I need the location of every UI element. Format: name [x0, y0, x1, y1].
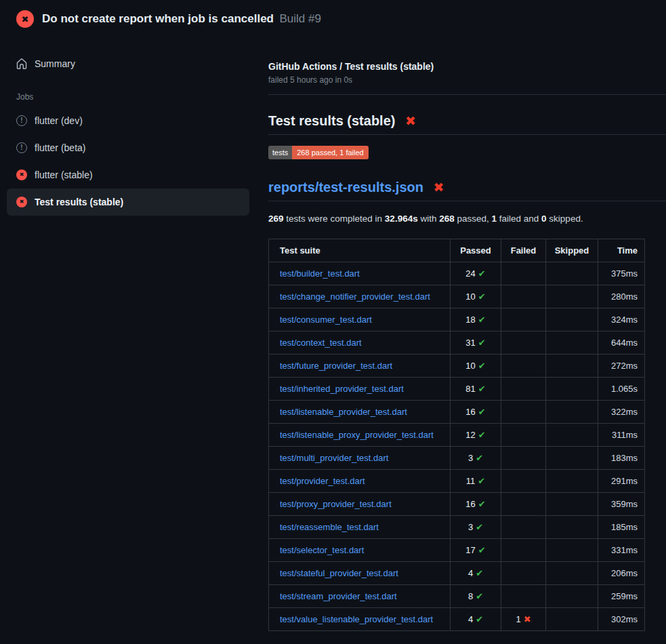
check-icon: ✔	[478, 361, 486, 371]
count-value: 16	[465, 407, 475, 417]
check-icon: ✔	[476, 453, 483, 463]
job-neutral-icon: !	[16, 142, 27, 153]
test-suite-cell: test/selector_test.dart	[269, 539, 451, 562]
failed-cell: 1✖	[501, 608, 546, 631]
check-icon: ✔	[478, 338, 486, 348]
count-value: 3	[468, 522, 473, 532]
test-suite-cell: test/builder_test.dart	[269, 262, 451, 285]
test-suite-link[interactable]: test/inherited_provider_test.dart	[280, 384, 404, 394]
test-suite-link[interactable]: test/stateful_provider_test.dart	[280, 568, 398, 578]
failed-cell	[501, 562, 546, 585]
skipped-cell	[546, 262, 598, 285]
test-suite-link[interactable]: test/listenable_proxy_provider_test.dart	[280, 430, 434, 440]
skipped-cell	[546, 562, 598, 585]
count-value: 16	[465, 499, 475, 509]
table-row: test/change_notifier_provider_test.dart1…	[269, 285, 645, 308]
skipped-cell	[546, 539, 598, 562]
test-suite-cell: test/reassemble_test.dart	[269, 516, 451, 539]
count-value: 11	[466, 476, 476, 486]
job-failed-icon: ✖	[16, 197, 27, 207]
job-failed-icon: ✖	[16, 169, 27, 180]
jobs-sidebar: Summary Jobs ! flutter (dev) ! flutter (…	[0, 37, 268, 216]
check-icon: ✔	[478, 476, 485, 486]
test-suite-link[interactable]: test/reassemble_test.dart	[280, 522, 379, 532]
sidebar-item-label: flutter (beta)	[35, 142, 85, 153]
passed-cell: 4✔	[451, 562, 501, 585]
sidebar-item-summary[interactable]: Summary	[7, 53, 249, 75]
check-run-header: ✖ Do not create report when job is cance…	[0, 0, 666, 37]
table-row: test/inherited_provider_test.dart81✔1.06…	[269, 378, 645, 401]
table-header-row: Test suite Passed Failed Skipped Time	[269, 239, 645, 262]
skipped-cell	[546, 470, 598, 493]
time-cell: 183ms	[598, 447, 645, 470]
test-suite-cell: test/provider_test.dart	[269, 470, 451, 493]
table-row: test/stream_provider_test.dart8✔259ms	[269, 585, 645, 608]
tests-status-badge[interactable]: tests 268 passed, 1 failed	[268, 146, 369, 159]
report-file-link[interactable]: reports/test-results.json	[268, 180, 423, 195]
table-row: test/multi_provider_test.dart3✔183ms	[269, 447, 645, 470]
section-heading: Test results (stable) ✖	[268, 112, 666, 135]
test-suite-link[interactable]: test/provider_test.dart	[280, 476, 365, 486]
col-header-skipped: Skipped	[546, 239, 598, 262]
test-suite-link[interactable]: test/listenable_provider_test.dart	[280, 407, 407, 417]
count-value: 4	[468, 614, 473, 624]
sidebar-item-test-results-stable[interactable]: ✖ Test results (stable)	[7, 188, 249, 216]
test-suite-link[interactable]: test/multi_provider_test.dart	[280, 453, 388, 463]
skipped-cell	[546, 378, 598, 401]
col-header-failed: Failed	[501, 239, 546, 262]
count-value: 8	[468, 591, 473, 601]
test-suite-link[interactable]: test/context_test.dart	[280, 338, 362, 348]
test-suite-cell: test/inherited_provider_test.dart	[269, 378, 451, 401]
count-value: 12	[465, 430, 475, 440]
test-suite-link[interactable]: test/value_listenable_provider_test.dart	[280, 614, 433, 624]
table-row: test/listenable_provider_test.dart16✔322…	[269, 401, 645, 424]
table-row: test/value_listenable_provider_test.dart…	[269, 608, 645, 631]
count-value: 10	[465, 291, 475, 302]
count-value: 31	[465, 338, 475, 348]
summary-segment: 0	[541, 214, 547, 224]
test-suite-link[interactable]: test/future_provider_test.dart	[280, 361, 392, 371]
test-suite-link[interactable]: test/stream_provider_test.dart	[280, 591, 397, 601]
sidebar-item-flutter-stable[interactable]: ✖ flutter (stable)	[7, 161, 249, 188]
report-heading: reports/test-results.json ✖	[268, 178, 666, 201]
summary-segment: skipped.	[547, 214, 583, 224]
build-number: Build #9	[279, 12, 320, 25]
test-suite-link[interactable]: test/builder_test.dart	[280, 268, 360, 279]
header-divider	[268, 94, 666, 95]
test-suite-link[interactable]: test/change_notifier_provider_test.dart	[280, 291, 430, 302]
summary-segment: failed and	[497, 214, 541, 224]
table-row: test/listenable_proxy_provider_test.dart…	[269, 424, 645, 447]
test-suite-link[interactable]: test/proxy_provider_test.dart	[280, 499, 392, 509]
test-suite-cell: test/change_notifier_provider_test.dart	[269, 285, 451, 308]
time-cell: 1.065s	[598, 378, 645, 401]
col-header-time: Time	[598, 239, 645, 262]
time-cell: 359ms	[598, 493, 645, 516]
time-cell: 324ms	[598, 308, 645, 331]
test-suite-cell: test/stateful_provider_test.dart	[269, 562, 451, 585]
skipped-cell	[546, 355, 598, 378]
summary-segment: 32.964s	[385, 214, 418, 224]
passed-cell: 3✔	[451, 447, 501, 470]
check-icon: ✔	[478, 499, 486, 509]
skipped-cell	[546, 424, 598, 447]
table-row: test/context_test.dart31✔644ms	[269, 331, 645, 355]
table-row: test/proxy_provider_test.dart16✔359ms	[269, 493, 645, 516]
test-suite-link[interactable]: test/selector_test.dart	[280, 545, 364, 555]
sidebar-item-flutter-dev[interactable]: ! flutter (dev)	[7, 107, 249, 134]
skipped-cell	[546, 285, 598, 308]
time-cell: 280ms	[598, 285, 645, 308]
skipped-cell	[546, 308, 598, 331]
count-value: 1	[516, 614, 520, 624]
test-suite-cell: test/proxy_provider_test.dart	[269, 493, 451, 516]
passed-cell: 16✔	[451, 401, 501, 424]
run-failed-icon: ✖	[16, 10, 34, 28]
time-cell: 331ms	[598, 539, 645, 562]
passed-cell: 4✔	[451, 608, 501, 631]
sidebar-item-flutter-beta[interactable]: ! flutter (beta)	[7, 134, 249, 161]
test-suite-link[interactable]: test/consumer_test.dart	[280, 315, 372, 325]
skipped-cell	[546, 331, 598, 355]
job-summary-panel: GitHub Actions / Test results (stable) f…	[268, 37, 666, 631]
failed-cross-icon: ✖	[405, 114, 416, 128]
table-row: test/future_provider_test.dart10✔272ms	[269, 355, 645, 378]
col-header-test-suite: Test suite	[269, 239, 451, 262]
